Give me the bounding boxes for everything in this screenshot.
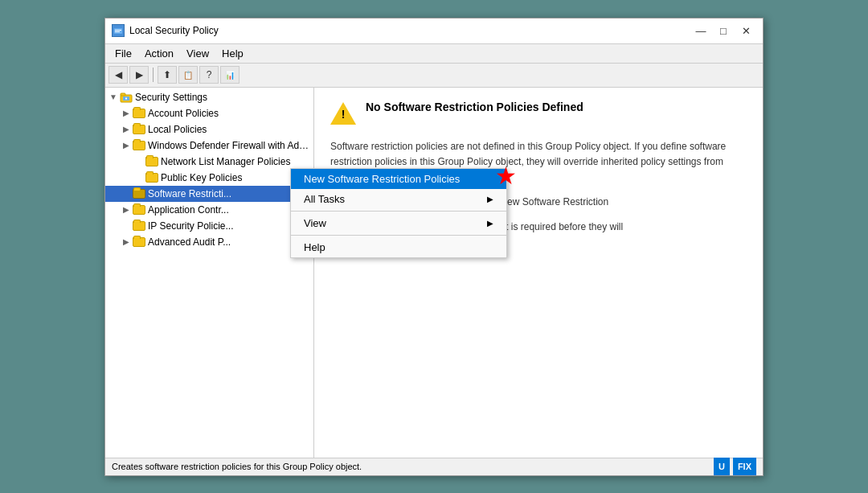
tree-pane: ▼ Security Settings ▶ Account Pol bbox=[105, 88, 314, 458]
tree-item-local-policies[interactable]: ▶ Local Policies bbox=[105, 121, 313, 138]
tree-item-network[interactable]: ▶ Network List Manager Policies bbox=[105, 154, 313, 170]
toggle-local[interactable]: ▶ bbox=[120, 125, 133, 134]
label-app-control: Application Contr... bbox=[148, 204, 229, 216]
status-bar-right: U FIX bbox=[710, 458, 756, 475]
warning-icon: ! bbox=[330, 102, 356, 128]
ctx-all-tasks[interactable]: All Tasks ▶ bbox=[291, 189, 506, 209]
toolbar-sep-1 bbox=[153, 68, 154, 82]
root-toggle[interactable]: ▼ bbox=[107, 92, 120, 101]
properties-button[interactable]: 📊 bbox=[220, 66, 240, 84]
menu-bar: File Action View Help bbox=[105, 44, 763, 64]
label-account-policies: Account Policies bbox=[148, 108, 219, 119]
ctx-new-software-restriction[interactable]: New Software Restriction Policies bbox=[291, 169, 506, 189]
warning-exclamation: ! bbox=[342, 109, 346, 120]
status-badge-u[interactable]: U bbox=[714, 458, 730, 475]
toggle-audit[interactable]: ▶ bbox=[120, 237, 133, 246]
folder-icon-defender bbox=[133, 139, 145, 152]
svg-rect-4 bbox=[115, 31, 120, 32]
folder-icon-network bbox=[145, 155, 158, 168]
folder-icon-ipsec bbox=[133, 220, 145, 232]
label-defender: Windows Defender Firewall with Adva... bbox=[148, 140, 310, 151]
folder-icon-local bbox=[133, 123, 145, 136]
main-window: Local Security Policy — □ ✕ File Action … bbox=[104, 18, 764, 476]
tree-item-public-key[interactable]: ▶ Public Key Policies bbox=[105, 170, 313, 186]
tree-item-account-policies[interactable]: ▶ Account Policies bbox=[105, 105, 313, 121]
menu-view[interactable]: View bbox=[180, 46, 215, 61]
title-bar: Local Security Policy — □ ✕ bbox=[105, 18, 763, 44]
ctx-label-view: View bbox=[304, 217, 326, 229]
tree-item-advanced-audit[interactable]: ▶ Advanced Audit P... bbox=[105, 234, 313, 250]
toggle-account[interactable]: ▶ bbox=[120, 109, 133, 117]
close-button[interactable]: ✕ bbox=[735, 23, 756, 39]
svg-rect-1 bbox=[113, 26, 117, 28]
toolbar: ◀ ▶ ⬆ 📋 ? 📊 bbox=[105, 64, 763, 88]
main-area: ▼ Security Settings ▶ Account Pol bbox=[105, 88, 763, 458]
label-advanced-audit: Advanced Audit P... bbox=[148, 236, 231, 248]
folder-icon-account bbox=[133, 107, 145, 120]
content-title: No Software Restriction Policies Defined bbox=[366, 101, 583, 113]
tree-item-app-control[interactable]: ▶ Application Contr... bbox=[105, 202, 313, 218]
status-text: Creates software restriction policies fo… bbox=[112, 462, 710, 471]
help-button[interactable]: ? bbox=[199, 66, 219, 84]
ctx-arrow-tasks: ▶ bbox=[487, 195, 493, 203]
ctx-separator-1 bbox=[291, 211, 506, 212]
tree-root[interactable]: ▼ Security Settings bbox=[105, 89, 313, 105]
ctx-help[interactable]: Help bbox=[291, 237, 506, 257]
toggle-defender[interactable]: ▶ bbox=[120, 141, 133, 150]
status-bar: Creates software restriction policies fo… bbox=[105, 458, 763, 475]
up-button[interactable]: ⬆ bbox=[158, 66, 177, 84]
ctx-label-new: New Software Restriction Policies bbox=[304, 173, 460, 185]
menu-file[interactable]: File bbox=[108, 46, 138, 61]
context-menu: New Software Restriction Policies All Ta… bbox=[290, 168, 507, 258]
ctx-separator-2 bbox=[291, 235, 506, 236]
menu-help[interactable]: Help bbox=[215, 46, 250, 61]
tree-root-label: Security Settings bbox=[135, 92, 207, 103]
svg-rect-2 bbox=[114, 28, 122, 34]
ctx-view[interactable]: View ▶ bbox=[291, 213, 506, 233]
forward-button[interactable]: ▶ bbox=[129, 66, 149, 84]
svg-rect-3 bbox=[115, 30, 121, 31]
label-software-restriction: Software Restricti... bbox=[148, 188, 231, 199]
menu-action[interactable]: Action bbox=[138, 46, 180, 61]
folder-icon-audit bbox=[133, 236, 145, 249]
copy-button[interactable]: 📋 bbox=[178, 66, 198, 84]
status-badge-fix[interactable]: FIX bbox=[733, 458, 756, 475]
toggle-appctrl[interactable]: ▶ bbox=[120, 205, 133, 214]
window-title: Local Security Policy bbox=[129, 25, 690, 36]
folder-icon-pubkey bbox=[145, 171, 158, 184]
tree-item-software-restriction[interactable]: Software Restricti... bbox=[105, 186, 313, 202]
ctx-label-help: Help bbox=[304, 241, 326, 253]
folder-icon-software bbox=[133, 187, 145, 200]
ctx-arrow-view: ▶ bbox=[487, 219, 493, 228]
maximize-button[interactable]: □ bbox=[713, 23, 734, 39]
label-public-key: Public Key Policies bbox=[161, 172, 242, 183]
label-local-policies: Local Policies bbox=[148, 124, 207, 135]
folder-icon-appctrl bbox=[133, 203, 145, 216]
content-header: ! No Software Restriction Policies Defin… bbox=[330, 101, 747, 128]
ctx-label-tasks: All Tasks bbox=[304, 193, 345, 205]
window-icon bbox=[112, 24, 125, 37]
minimize-button[interactable]: — bbox=[690, 23, 711, 39]
label-ip-security: IP Security Policie... bbox=[148, 220, 234, 232]
tree-item-defender[interactable]: ▶ Windows Defender Firewall with Adva... bbox=[105, 138, 313, 154]
tree-item-ip-security[interactable]: ▶ IP Security Policie... bbox=[105, 218, 313, 234]
content-pane: ! No Software Restriction Policies Defin… bbox=[314, 88, 763, 458]
label-network: Network List Manager Policies bbox=[161, 156, 290, 167]
window-controls: — □ ✕ bbox=[690, 23, 756, 39]
svg-rect-6 bbox=[121, 93, 125, 96]
back-button[interactable]: ◀ bbox=[108, 66, 128, 84]
root-icon bbox=[120, 91, 133, 104]
